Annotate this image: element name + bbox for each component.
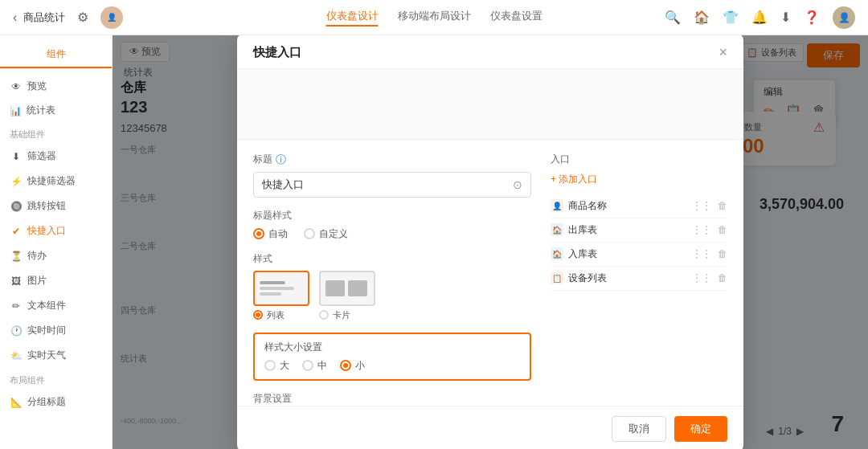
delete-portal-3[interactable]: 🗑: [718, 272, 727, 284]
top-nav: ‹ 商品统计 ⚙ 👤 仪表盘设计 移动端布局设计 仪表盘设置 🔍 🏠 👕 🔔 ⬇…: [0, 0, 868, 35]
size-radio-group: 大 中 小: [264, 359, 520, 373]
title-input[interactable]: 快捷入口 ⊙: [253, 172, 531, 198]
style-list-label: 列表: [267, 309, 285, 321]
portal-item-left-3: 📋 设备列表: [551, 271, 607, 285]
size-large-label: 大: [280, 359, 289, 373]
avatar[interactable]: 👤: [100, 6, 123, 29]
portal-icon-2: 🏠: [551, 247, 563, 260]
size-medium[interactable]: 中: [302, 359, 327, 373]
content-area: 👁 预览 统计表 仓库 123 12345678 一号仓库 三号仓库 二号仓库 …: [113, 35, 868, 449]
radio-small: [340, 360, 351, 371]
size-small[interactable]: 小: [340, 359, 365, 373]
time-icon: 🕐: [10, 325, 23, 337]
stats-table-icon: 📊: [10, 105, 22, 116]
radio-large: [264, 360, 276, 371]
sidebar-item-preview[interactable]: 👁 预览: [0, 74, 112, 99]
list-line-1: [260, 281, 285, 284]
sidebar-item-quick-entry[interactable]: ✔ 快捷入口: [0, 218, 112, 243]
size-small-label: 小: [355, 359, 365, 373]
sidebar-item-image[interactable]: 🖼 图片: [0, 268, 112, 293]
tab-mobile-layout[interactable]: 移动端布局设计: [398, 9, 471, 27]
sidebar-item-jump-button[interactable]: 🔘 跳转按钮: [0, 194, 112, 218]
group-title-icon: 📐: [10, 396, 23, 409]
portal-item-2: 🏠 入库表 ⋮⋮ 🗑: [551, 243, 727, 267]
sidebar-item-label: 跳转按钮: [27, 199, 66, 213]
size-large[interactable]: 大: [264, 359, 289, 373]
drag-icon-1[interactable]: ⋮⋮: [692, 224, 711, 235]
title-style-radio-group: 自动 自定义: [253, 227, 531, 241]
tab-dashboard-settings[interactable]: 仪表盘设置: [490, 9, 542, 27]
sidebar-item-weather[interactable]: ⛅ 实时天气: [0, 343, 112, 368]
title-style-auto[interactable]: 自动: [253, 227, 288, 241]
list-radio-row: 列表: [253, 309, 309, 321]
portal-item-label-0: 商品名称: [568, 199, 607, 213]
bell-icon[interactable]: 🔔: [751, 10, 768, 25]
weather-icon: ⛅: [10, 349, 23, 362]
confirm-button[interactable]: 确定: [674, 416, 727, 442]
radio-auto-label: 自动: [268, 227, 288, 241]
style-cards: 列表: [253, 271, 531, 321]
portal-icon-0: 👤: [551, 199, 563, 212]
title-field-row: 标题 ⓘ 快捷入口 ⊙: [253, 153, 531, 198]
shirt-icon[interactable]: 👕: [723, 10, 739, 25]
question-icon[interactable]: ❓: [804, 10, 820, 25]
sidebar-item-label: 快捷入口: [27, 224, 66, 238]
user-avatar[interactable]: 👤: [833, 6, 855, 29]
radio-medium: [302, 360, 313, 371]
image-icon: 🖼: [10, 275, 23, 288]
sidebar-item-realtime-time[interactable]: 🕐 实时时间: [0, 318, 112, 343]
title-style-row: 标题样式 自动 自定义: [253, 209, 531, 241]
sidebar-item-label: 待办: [27, 249, 47, 263]
settings-icon[interactable]: ⚙: [72, 6, 94, 29]
search-icon[interactable]: 🔍: [665, 10, 681, 25]
card-radio[interactable]: [319, 310, 329, 320]
sidebar-item-text[interactable]: ✏ 文本组件: [0, 293, 112, 318]
sidebar-item-label: 快捷筛选器: [27, 174, 76, 188]
nav-right: 🔍 🏠 👕 🔔 ⬇ ❓ 👤: [665, 6, 855, 29]
home-icon[interactable]: 🏠: [694, 10, 710, 25]
sidebar-item-filter[interactable]: ⬇ 筛选器: [0, 144, 112, 169]
sidebar-tab-components[interactable]: 组件: [0, 42, 112, 68]
sidebar-item-label: 实时天气: [27, 349, 66, 362]
modal-preview-area: [237, 69, 743, 140]
title-style-custom[interactable]: 自定义: [304, 227, 348, 241]
list-line-2: [260, 287, 294, 290]
delete-portal-1[interactable]: 🗑: [718, 224, 727, 235]
modal-config-left: 标题 ⓘ 快捷入口 ⊙ 标题样式: [253, 153, 531, 393]
sidebar-section-layout: 布局组件: [0, 368, 112, 390]
add-portal-button[interactable]: + 添加入口: [551, 173, 727, 186]
sidebar-item-todo[interactable]: ⏳ 待办: [0, 243, 112, 268]
radio-custom-dot: [304, 228, 315, 239]
list-radio[interactable]: [253, 310, 263, 320]
portal-item-0: 👤 商品名称 ⋮⋮ 🗑: [551, 194, 727, 218]
portal-item-actions-0: ⋮⋮ 🗑: [692, 200, 727, 211]
drag-icon-2[interactable]: ⋮⋮: [692, 248, 711, 259]
emoji-icon[interactable]: ⊙: [513, 178, 522, 191]
card-radio-row: 卡片: [319, 309, 375, 321]
delete-portal-2[interactable]: 🗑: [718, 248, 727, 259]
quick-entry-icon: ✔: [10, 225, 23, 238]
portal-item-label-3: 设备列表: [568, 271, 607, 285]
drag-icon-3[interactable]: ⋮⋮: [692, 272, 711, 284]
style-card-card-card[interactable]: [319, 271, 375, 306]
drag-icon-0[interactable]: ⋮⋮: [692, 200, 711, 211]
modal-overlay: 快捷入口 × 标题 ⓘ: [113, 35, 868, 449]
download-icon[interactable]: ⬇: [780, 10, 791, 25]
tab-dashboard-design[interactable]: 仪表盘设计: [326, 9, 379, 27]
sidebar-item-stats-table[interactable]: 📊 统计表: [0, 99, 112, 122]
style-card-list-card[interactable]: [253, 271, 309, 306]
card-blocks: [326, 280, 367, 296]
sidebar-item-label: 预览: [27, 80, 47, 93]
sidebar-item-label: 筛选器: [27, 149, 56, 163]
title-field-label: 标题 ⓘ: [253, 153, 531, 167]
delete-portal-0[interactable]: 🗑: [718, 200, 727, 211]
radio-custom-label: 自定义: [319, 227, 348, 241]
cancel-button[interactable]: 取消: [612, 416, 666, 442]
back-icon[interactable]: ‹: [13, 10, 17, 25]
modal-close-button[interactable]: ×: [719, 45, 727, 59]
portal-icon-1: 🏠: [551, 223, 563, 236]
sidebar-item-quick-filter[interactable]: ⚡ 快捷筛选器: [0, 169, 112, 194]
sidebar-item-group-title[interactable]: 📐 分组标题: [0, 390, 112, 414]
portal-item-left-0: 👤 商品名称: [551, 199, 607, 213]
portal-label: 入口: [551, 153, 727, 166]
